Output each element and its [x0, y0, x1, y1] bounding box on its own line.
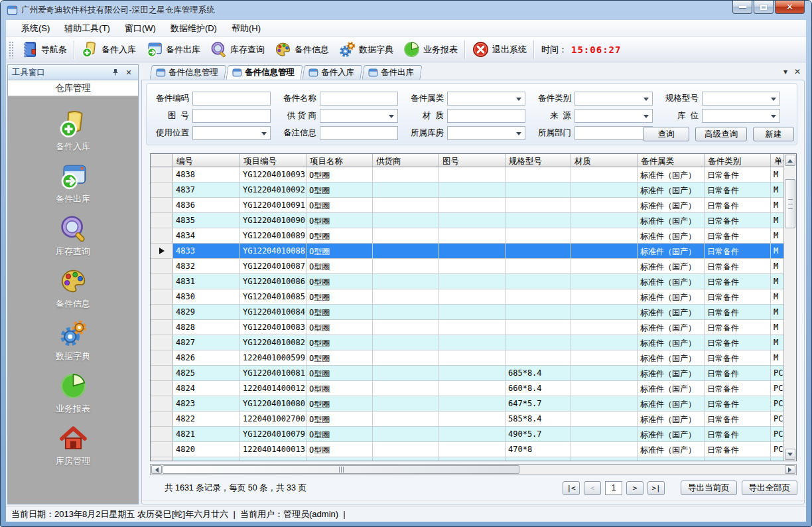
sidebar-item-备件出库[interactable]: 备件出库: [8, 161, 138, 205]
column-header-项目名称[interactable]: 项目名称: [306, 154, 373, 167]
query-button[interactable]: 查询: [643, 127, 689, 141]
row-selector[interactable]: [151, 457, 173, 461]
tab-close-icon[interactable]: ✕: [794, 67, 801, 76]
field-dropdown[interactable]: [447, 126, 525, 140]
row-selector[interactable]: [151, 427, 173, 441]
next-page-button[interactable]: >: [626, 481, 643, 495]
column-header-备件类别[interactable]: 备件类别: [705, 154, 771, 167]
toolbar-button-3[interactable]: 备件出库: [141, 38, 205, 60]
row-selector[interactable]: [151, 366, 173, 380]
table-row[interactable]: 4835YG12204010090O型圈标准件（国产）日常备件M: [151, 213, 783, 228]
column-header-材质[interactable]: 材质: [571, 154, 638, 167]
toolbar-button-8[interactable]: 退出系统: [467, 38, 531, 60]
field-dropdown[interactable]: [447, 92, 525, 106]
field-input[interactable]: [192, 92, 271, 106]
table-row[interactable]: 4827YG12204010082O型圈标准件（国产）日常备件M: [151, 335, 783, 350]
table-row[interactable]: 48221220401002700O型圈585*8.4标准件（国产）日常备件PC: [151, 412, 783, 427]
scroll-up-icon[interactable]: [785, 155, 795, 166]
column-header-供货商[interactable]: 供货商: [373, 154, 439, 167]
table-row[interactable]: 4829YG12204010084O型圈标准件（国产）日常备件M: [151, 305, 783, 320]
close-button[interactable]: ✕: [775, 1, 805, 14]
row-selector[interactable]: [151, 320, 173, 335]
row-selector[interactable]: [151, 213, 173, 228]
toolbar-button-1[interactable]: 导航条: [16, 38, 72, 60]
row-selector[interactable]: [151, 335, 173, 350]
column-header-规格型号[interactable]: 规格型号: [506, 154, 571, 167]
tab-3[interactable]: 备件入库: [302, 65, 362, 80]
prev-page-button[interactable]: <: [584, 481, 601, 495]
row-selector[interactable]: [151, 396, 173, 411]
sidebar-item-备件信息[interactable]: 备件信息: [8, 266, 138, 310]
menu-item-窗口[interactable]: 窗口(W): [117, 20, 163, 37]
sidebar-item-备件入库[interactable]: 备件入库: [8, 109, 138, 153]
field-input[interactable]: [320, 92, 398, 106]
table-row[interactable]: 48241220401400012O型圈660*8.4标准件（国产）日常备件PC: [151, 381, 783, 396]
column-header-单位[interactable]: 单位: [771, 154, 783, 167]
table-row[interactable]: 4825YG12204010081O型圈685*8.4标准件（国产）日常备件PC: [151, 366, 783, 381]
field-dropdown[interactable]: [575, 126, 653, 140]
table-row[interactable]: 48261220401000599O型圈标准件（国产）日常备件M: [151, 350, 783, 366]
table-row[interactable]: 4828YG12204010083O型圈标准件（国产）日常备件M: [151, 320, 783, 335]
sidebar-item-数据字典[interactable]: 数据字典: [8, 319, 138, 362]
export-current-page-button[interactable]: 导出当前页: [681, 481, 737, 495]
row-selector[interactable]: [151, 289, 173, 304]
minimize-button[interactable]: [732, 1, 752, 14]
row-selector[interactable]: [151, 198, 173, 212]
table-row[interactable]: 4831YG12204010086O型圈标准件（国产）日常备件M: [151, 274, 783, 289]
vscroll-thumb[interactable]: [785, 179, 795, 228]
menu-item-帮助[interactable]: 帮助(H): [224, 20, 268, 37]
column-header-编号[interactable]: 编号: [173, 154, 240, 167]
sidebar-item-业务报表[interactable]: 业务报表: [8, 371, 138, 415]
table-row[interactable]: 4838YG12204010093O型圈标准件（国产）日常备件M: [151, 167, 783, 183]
table-row[interactable]: 4830YG12204010085O型圈标准件（国产）日常备件M: [151, 289, 783, 305]
sidebar-item-库房管理[interactable]: 库房管理: [8, 423, 138, 467]
field-dropdown[interactable]: [575, 92, 653, 106]
field-input[interactable]: [320, 126, 398, 140]
row-selector[interactable]: [151, 350, 173, 365]
sidebar-item-库存查询[interactable]: 库存查询: [8, 214, 138, 258]
vertical-scrollbar[interactable]: [783, 154, 796, 461]
field-input[interactable]: [192, 109, 271, 123]
maximize-button[interactable]: [754, 1, 774, 14]
new-button[interactable]: 新建: [753, 127, 794, 141]
field-dropdown[interactable]: [320, 109, 398, 123]
field-input[interactable]: [447, 109, 525, 123]
scroll-left-icon[interactable]: [151, 465, 162, 474]
toolbar-grip[interactable]: [9, 41, 14, 58]
field-dropdown[interactable]: [575, 109, 653, 123]
table-row[interactable]: 4823YG12204010080O型圈647*5.7标准件（国产）日常备件PC: [151, 396, 783, 412]
tab-1[interactable]: 备件信息管理: [149, 65, 226, 80]
toolbar-button-6[interactable]: 数据字典: [334, 38, 398, 60]
field-dropdown[interactable]: [702, 109, 780, 123]
table-row[interactable]: 4836YG12204010091O型圈标准件（国产）日常备件M: [151, 198, 783, 213]
toolbar-button-2[interactable]: 备件入库: [76, 38, 141, 60]
pin-icon[interactable]: [110, 67, 121, 78]
scroll-right-icon[interactable]: [785, 465, 795, 474]
hscroll-thumb[interactable]: [163, 465, 519, 474]
row-selector[interactable]: [151, 167, 173, 182]
menu-item-辅助工具[interactable]: 辅助工具(T): [57, 20, 117, 37]
column-header-gutter[interactable]: [151, 154, 173, 167]
row-selector[interactable]: [151, 381, 173, 396]
scroll-down-icon[interactable]: [785, 449, 795, 460]
table-row[interactable]: 4821YG12204010079O型圈490*5.7标准件（国产）日常备件PC: [151, 427, 783, 442]
row-selector[interactable]: [151, 412, 173, 426]
toolbar-button-4[interactable]: 库存查询: [205, 38, 269, 60]
horizontal-scrollbar[interactable]: [150, 464, 797, 475]
row-selector[interactable]: [151, 442, 173, 457]
table-row[interactable]: 48201220401400013O型圈470*8标准件（国产）日常备件PC: [151, 442, 783, 457]
page-number-input[interactable]: [605, 481, 622, 495]
table-row[interactable]: 4834YG12204010089O型圈标准件（国产）日常备件M: [151, 228, 783, 244]
column-header-项目编号[interactable]: 项目编号: [240, 154, 306, 167]
first-page-button[interactable]: |<: [563, 481, 580, 495]
table-row[interactable]: 4832YG12204010087O型圈标准件（国产）日常备件M: [151, 259, 783, 274]
row-selector[interactable]: [151, 244, 173, 258]
export-all-pages-button[interactable]: 导出全部页: [742, 481, 798, 495]
row-selector[interactable]: [151, 305, 173, 319]
column-header-备件属类[interactable]: 备件属类: [638, 154, 705, 167]
tab-4[interactable]: 备件出库: [362, 65, 422, 80]
advanced-query-button[interactable]: 高级查询: [695, 127, 747, 141]
tab-list-dropdown-icon[interactable]: ▾: [783, 67, 787, 76]
field-dropdown[interactable]: [192, 126, 271, 140]
tab-2[interactable]: 备件信息管理: [226, 65, 303, 80]
